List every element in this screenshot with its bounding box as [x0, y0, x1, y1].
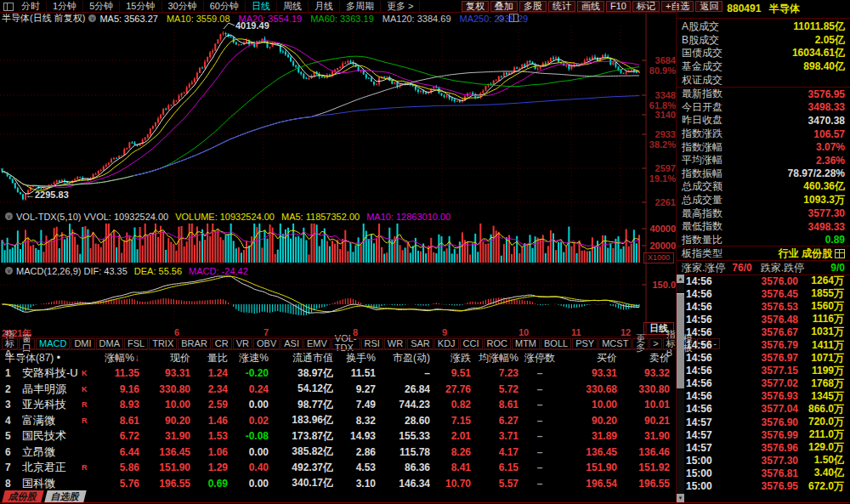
cell-pe: 155.33	[376, 430, 430, 442]
grid-icon[interactable]	[835, 249, 845, 258]
collapse-icon[interactable]: ∨	[5, 267, 13, 275]
window-icon[interactable]	[3, 3, 14, 11]
indicator-tab[interactable]: 窗口	[19, 338, 35, 349]
column-header[interactable]: 涨幅%↓	[94, 351, 139, 365]
indicator-tab[interactable]: SAR	[407, 338, 434, 349]
vol-header-part: VOLUME: 10932524.00	[175, 212, 275, 222]
indicator-tab[interactable]: RSI	[361, 338, 383, 349]
cell-avgpct: 5.57	[471, 478, 518, 490]
column-header[interactable]: 市盈(动)	[376, 351, 430, 365]
scroll-up-button[interactable]: ▲	[677, 275, 684, 283]
tick-row: 14:563577.151199万	[677, 365, 850, 377]
column-header[interactable]: 换手%	[333, 351, 376, 365]
column-header[interactable]: 涨跌	[430, 351, 471, 365]
table-corner-header[interactable]: 半导体(87) •	[0, 351, 94, 365]
indicator-tab[interactable]: 指标A	[2, 338, 18, 349]
column-header[interactable]: 流通市值	[269, 351, 333, 365]
cell-ask: 10.01	[617, 399, 670, 411]
cell-price: 10.00	[139, 399, 190, 411]
cell-ask: 31.90	[617, 430, 670, 442]
toolbar-period[interactable]: 分时	[15, 1, 47, 12]
bottom-tab[interactable]: 成份股	[2, 490, 43, 502]
table-row[interactable]: 6立昂微6.44136.451.060.00385.82亿2.86115.788…	[0, 445, 670, 461]
table-row[interactable]: 1安路科技-UK11.3593.311.24-0.2038.97亿11.51–9…	[0, 365, 670, 382]
cell-mktcap: 492.37亿	[269, 461, 333, 475]
cell-chg: 8.26	[430, 446, 471, 458]
column-header[interactable]: 均涨幅%	[471, 351, 518, 365]
indicator-tab[interactable]: DMI	[71, 338, 94, 349]
indicator-tab[interactable]: ROC	[484, 338, 511, 349]
tick-row: 14:563576.791411万	[677, 338, 850, 351]
axis-label: 3348	[648, 90, 676, 100]
info-label: 指数涨跌	[677, 127, 722, 141]
cell-pe: 744.23	[376, 399, 430, 411]
cell-volratio: 2.59	[190, 399, 228, 411]
table-row[interactable]: 2晶丰明源K9.16330.802.340.2454.12亿9.2726.842…	[0, 382, 670, 398]
collapse-icon[interactable]: ∨	[5, 212, 13, 220]
scroll-down-button[interactable]: ▼	[677, 494, 684, 502]
column-header[interactable]: 涨速%	[228, 351, 269, 365]
indicator-tab[interactable]: CR	[212, 338, 232, 349]
toolbar-button[interactable]: 叠加	[490, 1, 518, 12]
cell-name: 晶丰明源	[22, 382, 82, 397]
indicator-tab[interactable]: DMA	[96, 338, 123, 349]
diamond-icon[interactable]: ◇	[497, 14, 504, 22]
indicator-tab[interactable]: >	[649, 338, 661, 349]
toolbar-period[interactable]: 月线	[309, 1, 340, 12]
table-row[interactable]: 7北京君正R5.86151.901.290.40492.37亿4.5386.36…	[0, 460, 670, 476]
toolbar-button[interactable]: 画线	[577, 1, 604, 12]
indicator-tab[interactable]: 更多	[632, 338, 649, 349]
indicator-tab[interactable]: PSY	[572, 338, 598, 349]
indicator-tab[interactable]: MTM	[512, 338, 540, 349]
scrollbar-thumb[interactable]	[677, 293, 684, 388]
table-row[interactable]: 5国民技术6.7231.901.53-0.08173.87亿14.93155.3…	[0, 428, 670, 445]
indicator-tab[interactable]: ASI	[280, 338, 303, 349]
bottom-tab[interactable]: 自选股	[44, 490, 86, 502]
info-value: 106.57	[722, 128, 850, 140]
indicator-tab[interactable]: BOLL	[541, 338, 571, 349]
toolbar-period[interactable]: 更多 >	[381, 1, 420, 12]
cell-ask: 151.92	[617, 462, 670, 473]
toolbar-button[interactable]: 复权	[462, 1, 489, 12]
macd-header-part: DEA: 55.56	[134, 266, 182, 276]
indicator-tab[interactable]: EMV	[303, 338, 331, 349]
cell-pe: 86.36	[376, 462, 430, 473]
indicator-tab[interactable]: OBV	[253, 338, 280, 349]
toolbar-period[interactable]: 5分钟	[83, 1, 120, 12]
indicator-tab[interactable]: MACD	[36, 338, 70, 349]
indicator-tab[interactable]: BRAR	[178, 338, 211, 349]
toolbar-period[interactable]: 30分钟	[162, 1, 204, 12]
table-row[interactable]: 8国科微5.76196.550.690.00340.17亿3.10146.341…	[0, 476, 670, 492]
axis-label: 20000	[648, 241, 676, 251]
indicator-tab[interactable]: VR	[233, 338, 252, 349]
indicator-tab[interactable]: VOL-TDX	[332, 338, 360, 349]
toolbar-button[interactable]: 多股	[519, 1, 547, 12]
column-header[interactable]: 涨停数	[518, 351, 561, 365]
toolbar-period[interactable]: 多周期	[340, 1, 381, 12]
indicator-tab[interactable]: WR	[384, 338, 406, 349]
toolbar-button[interactable]: 统计	[548, 1, 575, 12]
panel-info-row: 最新指数3576.95	[677, 88, 850, 101]
table-row[interactable]: 3亚光科技R8.9310.002.590.0098.77亿7.49744.230…	[0, 397, 670, 413]
toolbar-period[interactable]: 15分钟	[120, 1, 162, 12]
toolbar-period[interactable]: 60分钟	[204, 1, 246, 12]
collapse-icon[interactable]: ∨	[88, 14, 96, 22]
indicator-tab[interactable]: MCST	[598, 338, 632, 349]
tick-time: 14:56	[677, 365, 730, 377]
indicator-tab[interactable]: CCI	[460, 338, 483, 349]
table-row[interactable]: 4富满微R8.6190.201.460.02183.96亿8.3228.607.…	[0, 413, 670, 429]
toolbar-period[interactable]: 日线	[246, 1, 277, 12]
column-header[interactable]: 买价	[561, 351, 617, 365]
column-header[interactable]: 卖价	[617, 351, 670, 365]
indicator-tab[interactable]: TRIX	[149, 338, 177, 349]
column-header[interactable]: 量比	[190, 351, 228, 365]
indicator-tab[interactable]: FSL	[124, 338, 148, 349]
toolbar-button[interactable]: 标记	[632, 1, 660, 12]
column-header[interactable]: 现价	[139, 351, 190, 365]
split-window-icon[interactable]	[509, 14, 518, 22]
toolbar-period[interactable]: 1分钟	[47, 1, 83, 12]
toolbar-period[interactable]: 周线	[277, 1, 309, 12]
toolbar-button[interactable]: F10	[606, 1, 631, 12]
indicator-tab[interactable]: KDJ	[434, 338, 459, 349]
panel-info-row: 基金成交898.40亿	[677, 60, 850, 74]
